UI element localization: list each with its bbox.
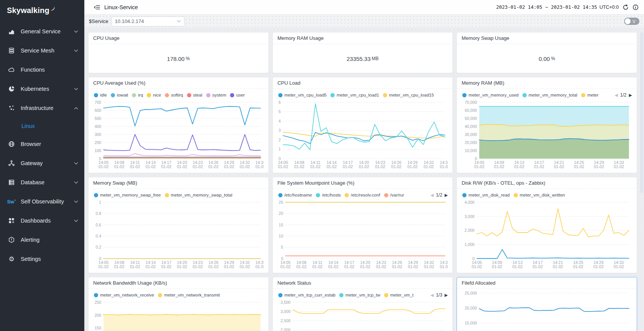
legend-next-icon[interactable]: ▶ [445,193,448,198]
legend-prev-icon[interactable]: ◀ [430,193,434,198]
chevron-down-icon [74,49,78,52]
legend-item-nice[interactable]: nice [147,93,161,97]
sidebar-item-infrastructure[interactable]: Infrastructure [0,98,84,118]
toggle-knob-icon [625,18,631,24]
vertical-scrollbar[interactable] [640,32,643,193]
sidebar-item-label: Service Mesh [21,48,74,54]
sidebar-subitem-linux[interactable]: Linux [0,118,84,134]
svg-text:14:13: 14:13 [513,261,522,265]
svg-text:14:23: 14:23 [375,161,385,165]
chart-card-cpu-avg: CPU Average Used (%) idleiowaitirqniceso… [88,77,269,173]
svg-text:01-02: 01-02 [593,265,604,269]
legend-item-etc-hostname[interactable]: /etc/hostname [278,193,312,197]
chart-title: Memory RAM (MB) [462,80,504,86]
svg-text:25: 25 [279,200,283,205]
collapse-sidebar-icon[interactable] [94,4,100,11]
legend-pagination: ◀1/3▶ [430,292,448,298]
svg-text:14:17: 14:17 [533,261,543,265]
legend-item-meter-vm-disk-read[interactable]: meter_vm_disk_read [462,193,509,197]
svg-text:01-02: 01-02 [177,265,187,269]
legend-item-steal[interactable]: steal [187,93,202,97]
legend-item-idle[interactable]: idle [94,93,107,97]
legend-item-meter-vm-memory-swap-free[interactable]: meter_vm_memory_swap_free [94,193,161,197]
svg-text:14:17: 14:17 [343,161,353,165]
sidebar-item-functions[interactable]: Functions [0,60,84,79]
service-select-value: 10.104.2.174 [115,18,177,24]
legend-item-meter-vm-cpu-load5[interactable]: meter_vm_cpu_load5 [278,93,327,97]
legend-item-meter-vm-cpu-load15[interactable]: meter_vm_cpu_load15 [383,93,434,97]
svg-text:01-02: 01-02 [294,165,304,169]
chart-title: Filefd Allocated [462,280,495,286]
legend-dot-icon [345,193,349,197]
service-label: $Service [89,18,108,24]
cloud-icon [8,66,15,74]
legend-item-irq[interactable]: irq [132,93,143,97]
summary-card-unit: MB [372,56,379,61]
legend-item-meter-vm-tcp-tw[interactable]: meter_vm_tcp_tw [339,293,380,297]
svg-text:14:35: 14:35 [256,261,264,265]
svg-text:2,000: 2,000 [465,228,475,233]
svg-text:01-02: 01-02 [533,265,543,269]
sidebar-item-alerting[interactable]: Alerting [0,230,84,249]
legend-item-user[interactable]: user [230,93,245,97]
sidebar-item-browser[interactable]: Browser [0,134,84,154]
svg-text:14:13: 14:13 [514,161,524,165]
legend-item-softirq[interactable]: softirq [165,93,183,97]
legend-item-etc-resolv-conf[interactable]: /etc/resolv.conf [345,193,380,197]
page-title: Linux-Service [104,4,138,10]
svg-text:0.6: 0.6 [96,223,102,227]
grid-icon [8,217,15,224]
time-range[interactable]: 2023-01-02 14:05 ~ 2023-01-02 14:35 [496,4,597,10]
sidebar-item-self-observability[interactable]: SwʾSelf Observability [0,192,84,211]
info-icon[interactable] [632,4,639,10]
sidebar-item-general-service[interactable]: General Service [0,22,84,41]
chart-legend: meter_vm_network_receivemeter_vm_network… [92,290,264,300]
svg-text:1: 1 [278,147,281,151]
legend-next-icon[interactable]: ▶ [445,293,448,298]
legend-item-meter-vm-t[interactable]: meter_vm_t [384,293,414,297]
sidebar-item-service-mesh[interactable]: Service Mesh [0,41,84,60]
legend-dot-icon [278,293,283,297]
legend-item-meter[interactable]: meter [581,93,598,97]
legend-label: steal [193,93,202,97]
chart-title: Network Bandwidth Usage (KB/s) [93,280,167,286]
svg-text:70,000: 70,000 [465,100,477,105]
legend-dot-icon [147,93,151,97]
legend-prev-icon[interactable]: ◀ [614,93,618,98]
svg-text:4: 4 [278,119,281,123]
refresh-icon[interactable] [623,4,629,10]
chevron-down-icon [74,30,78,33]
sidebar-item-dashboards[interactable]: Dashboards [0,211,84,230]
legend-item-iowait[interactable]: iowait [111,93,128,97]
legend-item-var-rur[interactable]: /var/rur [384,193,404,197]
svg-text:10: 10 [279,234,283,238]
view-toggle[interactable]: V [624,18,639,25]
legend-item-meter-vm-network-transmit[interactable]: meter_vm_network_transmit [158,293,220,297]
svg-text:14:20: 14:20 [177,161,187,165]
svg-text:01-02: 01-02 [255,165,263,169]
legend-item-meter-vm-disk-written[interactable]: meter_vm_disk_written [514,193,565,197]
legend-label: meter_vm_cpu_load5 [284,93,327,97]
legend-item-meter-vm-cpu-load1[interactable]: meter_vm_cpu_load1 [330,93,379,97]
legend-item-meter-vm-tcp-curr-estab[interactable]: meter_vm_tcp_curr_estab [278,293,336,297]
sidebar: Skywalking General ServiceService MeshFu… [0,0,84,331]
chevron-down-icon [74,181,78,184]
svg-text:01-02: 01-02 [514,165,524,169]
sidebar-item-gateway[interactable]: Gateway [0,154,84,173]
legend-item-meter-vm-memory-total[interactable]: meter_vm_memory_total [522,93,577,97]
legend-item-system[interactable]: system [206,93,226,97]
chevron-down-icon [177,20,181,23]
legend-prev-icon[interactable]: ◀ [430,293,434,298]
sidebar-item-database[interactable]: Database [0,173,84,192]
legend-item-meter-vm-network-receive[interactable]: meter_vm_network_receive [94,293,154,297]
chart-legend: meter_vm_memory_usedmeter_vm_memory_tota… [461,90,632,100]
svg-text:14:08: 14:08 [296,261,306,265]
legend-item-meter-vm-memory-swap-total[interactable]: meter_vm_memory_swap_total [165,193,232,197]
legend-next-icon[interactable]: ▶ [629,93,632,98]
legend-item-etc-hosts[interactable]: /etc/hosts [316,193,341,197]
sidebar-item-settings[interactable]: ⚙Settings [0,249,84,269]
legend-item-meter-vm-memory-used[interactable]: meter_vm_memory_used [462,93,518,97]
service-select[interactable]: 10.104.2.174 [112,16,184,26]
svg-text:01-02: 01-02 [130,165,140,169]
sidebar-item-kubernetes[interactable]: Kubernetes [0,79,84,98]
